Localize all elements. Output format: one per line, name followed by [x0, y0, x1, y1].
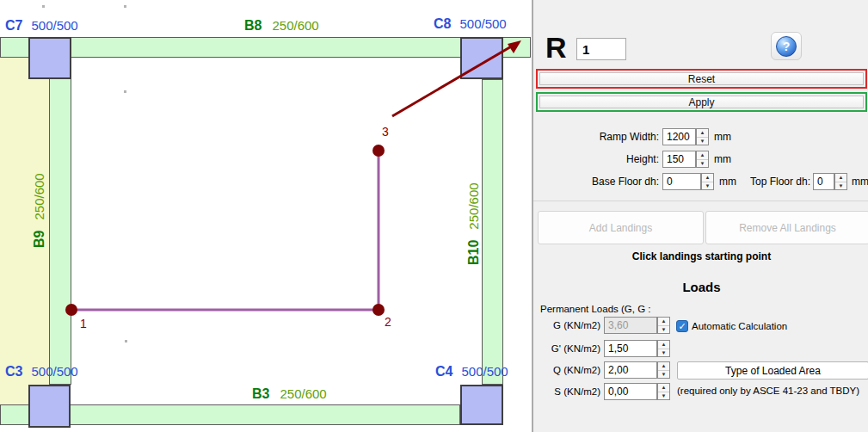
automatic-calculation-checkbox[interactable]: ✓ — [676, 320, 688, 332]
stepper-up-icon: ▲ — [658, 318, 669, 326]
s-load-stepper[interactable]: ▲▼ — [657, 383, 670, 400]
ramp-point-1[interactable] — [65, 304, 77, 316]
ramp-dialog: C7500/500 C8500/500 C3500/500 C4500/500 … — [0, 0, 868, 432]
plan-view-canvas[interactable]: C7500/500 C8500/500 C3500/500 C4500/500 … — [0, 0, 532, 432]
g-load-input — [604, 317, 657, 334]
add-landings-button[interactable]: Add Landings — [538, 211, 704, 244]
g-load-label: G (KN/m2) — [533, 320, 600, 330]
ramp-number-input[interactable] — [576, 38, 626, 60]
q-load-label: Q (KN/m2) — [533, 365, 600, 375]
ramp-width-label: Ramp Width: — [533, 131, 659, 143]
type-of-loaded-area-button[interactable]: Type of Loaded Area — [677, 361, 868, 380]
height-unit: mm — [714, 153, 731, 165]
ramp-settings-panel: R ? Reset Apply Ramp Width: ▲▼ mm Height… — [532, 0, 868, 432]
top-floor-dh-stepper[interactable]: ▲▼ — [834, 173, 847, 190]
base-floor-dh-unit: mm — [719, 176, 736, 188]
stepper-down-icon[interactable]: ▼ — [658, 371, 669, 379]
reset-button[interactable]: Reset — [539, 72, 864, 85]
g-prime-load-stepper[interactable]: ▲▼ — [657, 340, 670, 357]
ramp-point-2[interactable] — [372, 304, 385, 316]
ramp-width-stepper[interactable]: ▲▼ — [696, 128, 709, 145]
apply-button-highlight: Apply — [536, 92, 867, 112]
reset-button-highlight: Reset — [536, 69, 867, 89]
stepper-down-icon[interactable]: ▼ — [658, 349, 669, 357]
base-floor-dh-input[interactable] — [662, 173, 701, 190]
help-button[interactable]: ? — [771, 32, 802, 60]
base-floor-dh-label: Base Floor dh: — [533, 176, 659, 188]
q-load-stepper[interactable]: ▲▼ — [657, 361, 670, 379]
height-stepper[interactable]: ▲▼ — [696, 151, 709, 168]
stepper-down-icon[interactable]: ▼ — [697, 138, 708, 145]
stepper-up-icon[interactable]: ▲ — [835, 174, 846, 182]
stepper-up-icon[interactable]: ▲ — [658, 341, 669, 349]
height-label: Height: — [533, 153, 659, 165]
base-floor-dh-stepper[interactable]: ▲▼ — [701, 173, 714, 190]
point-number-2: 2 — [385, 315, 391, 329]
help-icon: ? — [776, 36, 797, 57]
stepper-down-icon: ▼ — [658, 326, 669, 334]
stepper-down-icon[interactable]: ▼ — [697, 160, 708, 168]
top-floor-dh-label: Top Floor dh: — [738, 176, 810, 188]
direction-arrow-head — [508, 40, 521, 53]
stepper-down-icon[interactable]: ▼ — [658, 392, 669, 400]
section-divider — [533, 201, 868, 201]
g-prime-load-label: G' (KN/m2) — [533, 343, 600, 354]
s-load-input[interactable] — [604, 383, 657, 400]
stepper-up-icon[interactable]: ▲ — [697, 151, 708, 160]
ramp-width-input[interactable] — [662, 128, 696, 145]
loads-section-title: Loads — [533, 280, 868, 294]
q-load-input[interactable] — [604, 361, 657, 379]
ramp-prefix-label: R — [545, 33, 567, 62]
stepper-down-icon[interactable]: ▼ — [702, 182, 713, 190]
stepper-up-icon[interactable]: ▲ — [697, 129, 708, 138]
stepper-up-icon[interactable]: ▲ — [658, 362, 669, 371]
g-prime-load-input[interactable] — [604, 340, 657, 357]
direction-arrow-line — [392, 46, 513, 116]
permanent-loads-group-label: Permanent Loads (G, G : — [540, 304, 650, 314]
remove-all-landings-button[interactable]: Remove All Landings — [705, 211, 868, 244]
automatic-calculation-label: Automatic Calculation — [692, 321, 787, 331]
s-load-label: S (KN/m2) — [533, 386, 600, 397]
point-number-1: 1 — [80, 317, 87, 330]
g-load-stepper: ▲▼ — [657, 317, 670, 334]
top-floor-dh-unit: mm — [852, 176, 868, 188]
ramp-point-3[interactable] — [372, 145, 385, 157]
apply-button[interactable]: Apply — [539, 96, 864, 108]
top-floor-dh-input[interactable] — [813, 173, 834, 190]
ramp-path-line[interactable] — [71, 151, 379, 310]
stepper-up-icon[interactable]: ▲ — [702, 174, 713, 182]
ramp-width-unit: mm — [714, 131, 731, 143]
stepper-up-icon[interactable]: ▲ — [658, 384, 669, 392]
ramp-path-overlay — [0, 0, 532, 432]
stepper-down-icon[interactable]: ▼ — [835, 182, 846, 190]
landings-hint-text: Click landings starting point — [533, 250, 868, 262]
height-input[interactable] — [662, 151, 696, 168]
point-number-3: 3 — [382, 125, 389, 139]
s-load-note: (required only by ASCE 41-23 and TBDY) — [677, 386, 859, 396]
